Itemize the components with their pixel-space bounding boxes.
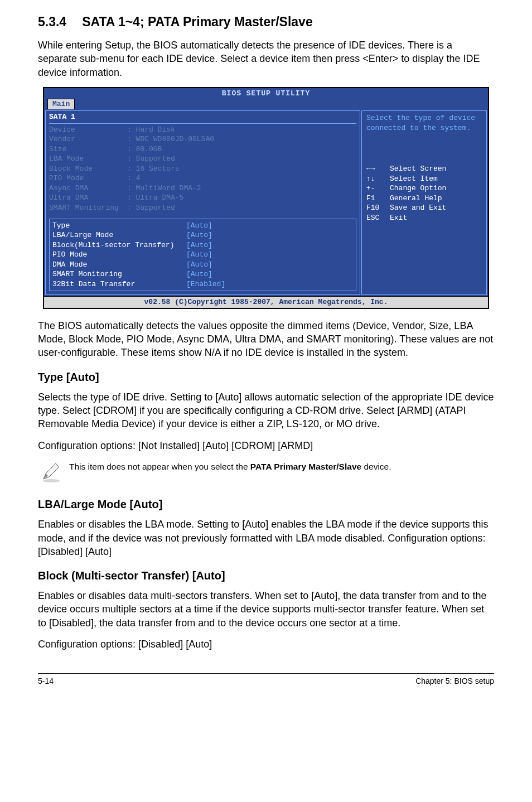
bios-window: BIOS SETUP UTILITY Main SATA 1 Device: H… bbox=[43, 87, 489, 309]
bios-hotkeys: ←→Select Screen ↑↓Select Item +-Change O… bbox=[366, 164, 482, 223]
pencil-icon bbox=[38, 460, 69, 487]
bios-info-row: Ultra DMA: Ultra DMA-5 bbox=[49, 193, 356, 203]
block-heading: Block (Multi-sector Transfer) [Auto] bbox=[38, 568, 494, 583]
bios-hotkey-row: F10Save and Exit bbox=[366, 203, 482, 213]
bios-config-row[interactable]: Type[Auto] bbox=[52, 221, 353, 231]
bios-info-row: SMART Monitoring: Supported bbox=[49, 203, 356, 213]
bios-context-help: Select the type of device connected to t… bbox=[366, 113, 482, 133]
bios-info-row: Async DMA: MultiWord DMA-2 bbox=[49, 183, 356, 194]
note-text: This item does not appear when you selec… bbox=[69, 460, 494, 473]
type-options: Configuration options: [Not Installed] [… bbox=[38, 439, 494, 452]
bios-config-row[interactable]: LBA/Large Mode[Auto] bbox=[52, 230, 353, 240]
footer-chapter: Chapter 5: BIOS setup bbox=[415, 676, 494, 687]
note-box: This item does not appear when you selec… bbox=[38, 460, 494, 487]
bios-hotkey-row: F1General Help bbox=[366, 194, 482, 204]
after-bios-paragraph: The BIOS automatically detects the value… bbox=[38, 319, 494, 360]
bios-info-row: Block Mode: 16 Sectors bbox=[49, 164, 356, 174]
section-number: 5.3.4 bbox=[38, 13, 66, 31]
intro-paragraph: While entering Setup, the BIOS automatic… bbox=[38, 38, 494, 79]
section-heading: 5.3.4SATA 1~4; PATA Primary Master/Slave bbox=[38, 13, 494, 31]
bios-info-row: Size: 80.0GB bbox=[49, 144, 356, 154]
bios-config-row[interactable]: Block(Multi-sector Transfer)[Auto] bbox=[52, 240, 353, 250]
bios-left-panel: SATA 1 Device: Hard Disk Vendor: WDC WD8… bbox=[45, 110, 360, 295]
bios-hotkey-row: ESCExit bbox=[366, 213, 482, 223]
bios-config-row[interactable]: PIO Mode[Auto] bbox=[52, 250, 353, 260]
bios-config-box: Type[Auto] LBA/Large Mode[Auto] Block(Mu… bbox=[49, 219, 356, 292]
svg-point-0 bbox=[43, 479, 60, 482]
page-footer: 5-14 Chapter 5: BIOS setup bbox=[38, 673, 494, 687]
bios-info-row: PIO Mode: 4 bbox=[49, 173, 356, 183]
section-title-text: SATA 1~4; PATA Primary Master/Slave bbox=[82, 15, 313, 29]
type-body: Selects the type of IDE drive. Setting t… bbox=[38, 390, 494, 431]
bios-tab-row: Main bbox=[44, 99, 488, 109]
bios-panel-title: SATA 1 bbox=[49, 112, 356, 124]
bios-config-row[interactable]: SMART Monitoring[Auto] bbox=[52, 269, 353, 279]
bios-info-row: Vendor: WDC WD800JD-00LSA0 bbox=[49, 134, 356, 144]
bios-right-panel: Select the type of device connected to t… bbox=[361, 110, 487, 295]
type-heading: Type [Auto] bbox=[38, 370, 494, 385]
bios-hotkey-row: ↑↓Select Item bbox=[366, 174, 482, 184]
bios-info-row: Device: Hard Disk bbox=[49, 125, 356, 135]
bios-hotkey-row: +-Change Option bbox=[366, 183, 482, 194]
footer-page-number: 5-14 bbox=[38, 676, 54, 687]
bios-info-row: LBA Mode: Supported bbox=[49, 154, 356, 164]
lba-body: Enables or disables the LBA mode. Settin… bbox=[38, 518, 494, 558]
bios-config-row[interactable]: DMA Mode[Auto] bbox=[52, 260, 353, 270]
bios-tab-main[interactable]: Main bbox=[47, 99, 75, 109]
block-body: Enables or disables data multi-sectors t… bbox=[38, 589, 494, 630]
bios-config-row[interactable]: 32Bit Data Transfer[Enabled] bbox=[52, 279, 353, 289]
block-options: Configuration options: [Disabled] [Auto] bbox=[38, 637, 494, 651]
lba-heading: LBA/Large Mode [Auto] bbox=[38, 497, 494, 512]
bios-copyright: v02.58 (C)Copyright 1985-2007, American … bbox=[44, 296, 488, 308]
bios-titlebar: BIOS SETUP UTILITY bbox=[44, 88, 488, 99]
bios-hotkey-row: ←→Select Screen bbox=[366, 164, 482, 174]
